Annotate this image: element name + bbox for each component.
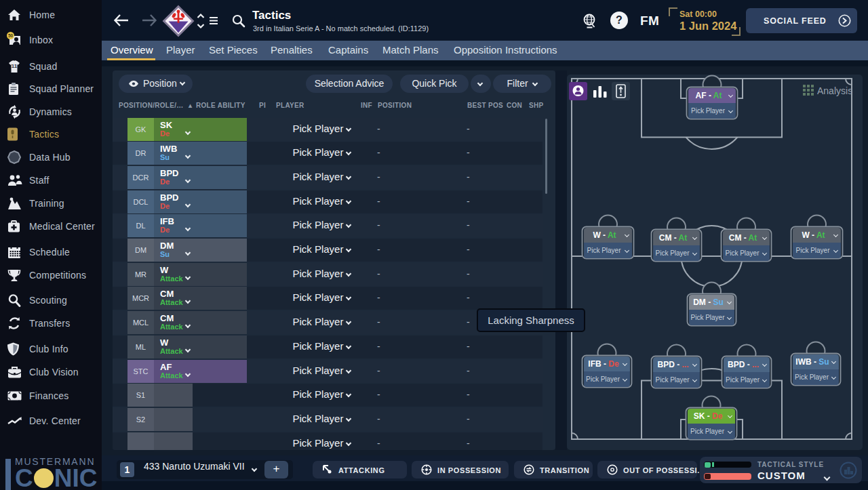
svg-text:50: 50 [8,33,14,38]
svg-text:11: 11 [12,63,18,69]
